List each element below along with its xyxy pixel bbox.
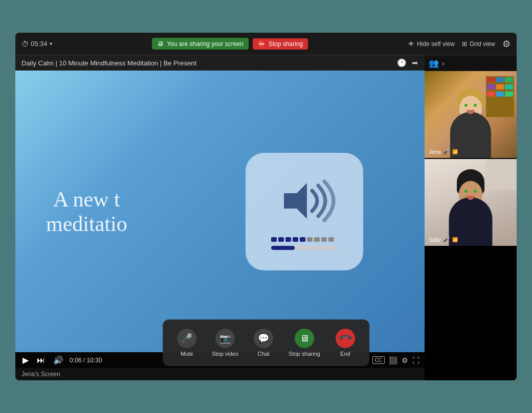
video-text-line1: A new t <box>46 187 127 212</box>
sound-icon-overlay <box>246 153 363 270</box>
mute-label: Mute <box>181 351 193 357</box>
video-title-bar: Daily Calm | 10 Minute Mindfulness Medit… <box>15 55 425 71</box>
sally-mic-icon: 🎤 <box>443 236 450 243</box>
video-title-icons: 🕐 ➦ <box>397 58 418 67</box>
participant-video-jena: Jena 🎤 📶 <box>425 71 517 158</box>
bar-filled <box>300 237 305 242</box>
sharing-badge-text: You are sharing your screen <box>167 40 243 48</box>
sally-room-bg <box>486 159 517 190</box>
phone-icon: 📞 <box>337 330 353 346</box>
participants-header-icons: 👥 › <box>429 58 445 68</box>
video-text-content: A new t meditatio <box>46 187 127 236</box>
stop-video-label: Stop video <box>212 351 238 357</box>
time-display: 0:06 / 10:30 <box>70 357 102 364</box>
volume-button[interactable]: 🔊 <box>51 354 65 366</box>
screen-share-icon: 🖥 <box>157 40 164 48</box>
grid-icon: ⊞ <box>462 40 467 48</box>
screen-label: Jena's Screen <box>15 368 425 380</box>
sound-bars <box>271 237 338 242</box>
chat-icon: 💬 <box>258 333 269 344</box>
eye-icon: 👁 <box>408 40 414 48</box>
top-bar-center: 🖥 You are sharing your screen ⛔ Stop sha… <box>152 38 308 50</box>
svg-marker-0 <box>284 183 307 219</box>
people-icon: 👥 <box>429 58 439 68</box>
stop-sharing-toolbar-label: Stop sharing <box>289 351 320 357</box>
sally-signal-icon: 📶 <box>452 237 458 242</box>
sound-progress-fill <box>271 246 295 250</box>
end-icon-bg: 📞 <box>336 329 355 348</box>
bar-filled <box>285 237 291 242</box>
sound-progress-container <box>271 237 338 250</box>
grid-view-button[interactable]: ⊞ Grid view <box>462 40 495 48</box>
bar-filled <box>293 237 298 242</box>
sally-face-detail <box>459 178 482 205</box>
bar-empty <box>328 237 334 242</box>
chat-label: Chat <box>257 351 269 357</box>
subtitles-icon[interactable]: ⬛ <box>389 356 397 364</box>
jena-face-detail <box>459 94 482 119</box>
participants-header: 👥 › <box>425 55 517 71</box>
cc-icon[interactable]: CC <box>372 356 385 364</box>
ctrl-icons-right: CC ⬛ ⚙ ⛶ <box>372 356 419 364</box>
bar-empty <box>321 237 327 242</box>
bar-filled <box>278 237 284 242</box>
settings-video-icon[interactable]: ⚙ <box>402 356 408 364</box>
sound-icon <box>269 173 340 229</box>
timer-icon: ⏱ <box>21 40 29 48</box>
participants-panel: 👥 › <box>425 55 517 380</box>
jena-name: Jena <box>429 149 441 155</box>
video-text-line2: meditatio <box>46 212 127 236</box>
bar-filled <box>271 237 277 242</box>
hide-self-view-button[interactable]: 👁 Hide self view <box>408 40 455 48</box>
top-bar-left: ⏱ 05:34 ▾ <box>21 40 52 48</box>
jena-signal-icon: 📶 <box>452 149 458 154</box>
toolbar-stop-sharing-button[interactable]: 🖥 Stop sharing <box>281 325 327 361</box>
timer-dropdown-icon[interactable]: ▾ <box>50 41 52 47</box>
sally-video-bg <box>425 159 517 246</box>
mic-icon: 🎤 <box>181 333 192 344</box>
video-title: Daily Calm | 10 Minute Mindfulness Medit… <box>21 59 196 67</box>
bookshelf-decoration <box>486 76 514 117</box>
top-bar-right: 👁 Hide self view ⊞ Grid view ⚙ <box>408 38 511 50</box>
fullscreen-icon[interactable]: ⛶ <box>412 356 419 364</box>
stop-video-icon-bg: 📷 <box>215 329 235 348</box>
video-container: A new t meditatio <box>15 71 425 352</box>
bar-empty <box>314 237 320 242</box>
gear-icon: ⚙ <box>502 39 511 49</box>
stop-icon: ⛔ <box>258 40 265 48</box>
play-button[interactable]: ▶ <box>20 354 31 366</box>
stop-sharing-label: Stop sharing <box>269 40 303 48</box>
timer-display: ⏱ 05:34 ▾ <box>21 40 52 48</box>
meeting-window: ⏱ 05:34 ▾ 🖥 You are sharing your screen … <box>15 33 517 380</box>
share-icon[interactable]: ➦ <box>412 58 418 67</box>
bottom-toolbar: 🎤 Mute 📷 Stop video 💬 Chat 🖥 Stop sharin… <box>163 319 369 366</box>
stop-video-button[interactable]: 📷 Stop video <box>205 325 246 361</box>
end-label: End <box>340 351 350 357</box>
people-expand-icon[interactable]: › <box>442 59 445 67</box>
screen-icon: 🖥 <box>300 333 309 344</box>
jena-video-bg <box>425 71 517 158</box>
chat-button[interactable]: 💬 Chat <box>247 325 280 361</box>
stop-sharing-button[interactable]: ⛔ Stop sharing <box>253 38 308 50</box>
next-button[interactable]: ⏭ <box>35 355 47 366</box>
grid-view-label: Grid view <box>470 40 495 48</box>
jena-mic-icon: 🎤 <box>443 148 450 155</box>
top-bar: ⏱ 05:34 ▾ 🖥 You are sharing your screen … <box>15 33 517 55</box>
sally-name: Sally <box>429 237 441 243</box>
sally-label: Sally 🎤 📶 <box>429 236 458 243</box>
stop-sharing-icon-bg: 🖥 <box>295 329 314 348</box>
mute-button[interactable]: 🎤 Mute <box>170 325 204 361</box>
camera-icon: 📷 <box>219 333 231 344</box>
chat-icon-bg: 💬 <box>254 329 273 348</box>
hide-self-label: Hide self view <box>417 40 455 48</box>
clock-icon[interactable]: 🕐 <box>397 58 407 67</box>
mute-icon-bg: 🎤 <box>177 329 196 348</box>
timer-value: 05:34 <box>31 40 48 48</box>
end-call-button[interactable]: 📞 End <box>328 325 362 361</box>
bar-empty <box>307 237 313 242</box>
settings-button[interactable]: ⚙ <box>502 38 511 50</box>
sound-progress-track[interactable] <box>271 246 338 250</box>
participant-video-sally: Sally 🎤 📶 <box>425 159 517 246</box>
jena-label: Jena 🎤 📶 <box>429 148 458 155</box>
sharing-badge: 🖥 You are sharing your screen <box>152 38 249 50</box>
